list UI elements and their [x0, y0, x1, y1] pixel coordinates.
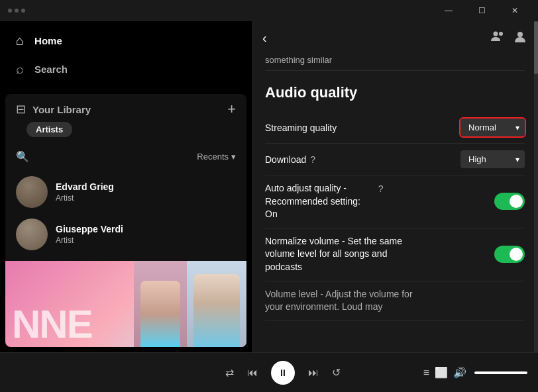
scroll-track[interactable]	[534, 21, 538, 352]
right-header-icons	[490, 29, 527, 47]
recents-chevron-icon: ▾	[231, 152, 236, 162]
avatar	[16, 176, 48, 208]
search-bar: 🔍 Recents ▾	[5, 148, 246, 168]
svg-point-0	[494, 32, 498, 36]
person-2	[187, 261, 246, 347]
user-icon-button[interactable]	[513, 29, 527, 47]
download-row: Download ? Low Normal High Very High	[265, 144, 525, 175]
settings-content: something similar Audio quality Streamin…	[252, 55, 538, 352]
dot-1	[8, 9, 12, 13]
sidebar-item-search[interactable]: ⌕ Search	[0, 55, 252, 83]
next-button[interactable]: ⏭	[308, 367, 319, 379]
repeat-button[interactable]: ↺	[332, 366, 341, 379]
normalize-volume-row: Normalize volume - Set the same volume l…	[265, 228, 525, 281]
player-right-icons: ≡ ⬜ 🔊	[423, 366, 466, 379]
user-icon	[513, 29, 527, 44]
library-title: Your Library	[32, 104, 91, 115]
library-header: ⊟ Your Library +	[5, 94, 246, 122]
streaming-quality-row: Streaming quality Low Normal High Very H…	[265, 112, 525, 144]
list-item[interactable]: Edvard Grieg Artist	[5, 171, 246, 213]
artist-name: Giuseppe Verdi	[56, 224, 123, 234]
artist-type: Artist	[56, 236, 123, 245]
streaming-quality-label: Streaming quality	[265, 122, 337, 133]
artist-info: Edvard Grieg Artist	[56, 181, 114, 203]
list-item[interactable]: Giacomo Puccini Artist	[5, 256, 246, 261]
library-icon: ⊟	[16, 102, 26, 117]
library-search-icon[interactable]: 🔍	[16, 150, 29, 163]
list-item[interactable]: Giuseppe Verdi Artist	[5, 213, 246, 256]
volume-bar[interactable]	[474, 371, 527, 374]
download-select[interactable]: Low Normal High Very High	[460, 150, 525, 168]
player-bar: ⇄ ⏮ ⏸ ⏭ ↺ ≡ ⬜ 🔊	[0, 352, 538, 392]
add-library-button[interactable]: +	[227, 102, 236, 117]
title-bar-controls: — ☐ ✕	[433, 0, 530, 21]
streaming-quality-select[interactable]: Low Normal High Very High	[460, 119, 525, 136]
back-button[interactable]: ‹	[262, 30, 267, 46]
artist-list: Edvard Grieg Artist Giuseppe Verdi Artis…	[5, 168, 246, 261]
close-button[interactable]: ✕	[500, 0, 530, 21]
scroll-hint: something similar	[265, 55, 525, 71]
recents-label: Recents	[197, 152, 229, 162]
app-container: ⌂ Home ⌕ Search ⊟ Your Library + A	[0, 21, 538, 392]
player-right: ≡ ⬜ 🔊	[423, 366, 527, 379]
sidebar-item-search-label: Search	[34, 64, 68, 75]
auto-adjust-help-icon[interactable]: ?	[378, 183, 384, 194]
sidebar-item-home[interactable]: ⌂ Home	[0, 26, 252, 55]
banner-text: NNE	[12, 301, 92, 347]
banner-area: NNE	[5, 261, 246, 347]
recents-button[interactable]: Recents ▾	[197, 152, 236, 162]
queue-button[interactable]: ≡	[423, 367, 429, 379]
dot-2	[15, 9, 19, 13]
minimize-button[interactable]: —	[433, 0, 464, 21]
avatar	[16, 219, 48, 250]
scroll-thumb[interactable]	[534, 21, 538, 74]
auto-adjust-label: Auto adjust quality - Recommended settin…	[265, 182, 374, 221]
sidebar-nav: ⌂ Home ⌕ Search	[0, 21, 252, 89]
maximize-button[interactable]: ☐	[466, 0, 497, 21]
shuffle-button[interactable]: ⇄	[225, 366, 234, 379]
artists-chip[interactable]: Artists	[27, 122, 72, 137]
main-area: ⌂ Home ⌕ Search ⊟ Your Library + A	[0, 21, 538, 352]
svg-point-2	[517, 32, 523, 37]
friends-icon-button[interactable]	[490, 29, 505, 47]
device-button[interactable]: ⬜	[435, 366, 448, 379]
artist-name: Edvard Grieg	[56, 181, 114, 192]
sidebar: ⌂ Home ⌕ Search ⊟ Your Library + A	[0, 21, 252, 352]
friends-icon	[490, 29, 505, 44]
auto-adjust-toggle[interactable]	[494, 193, 525, 210]
svg-point-1	[499, 32, 503, 36]
download-dropdown-wrapper: Low Normal High Very High	[460, 150, 525, 168]
auto-adjust-label-area: Auto adjust quality - Recommended settin…	[265, 182, 447, 221]
normalize-volume-toggle[interactable]	[494, 246, 525, 263]
player-controls: ⇄ ⏮ ⏸ ⏭ ↺	[225, 361, 341, 385]
library-title-area: ⊟ Your Library	[16, 102, 91, 117]
artist-type: Artist	[56, 193, 114, 203]
right-panel: ‹	[252, 21, 538, 352]
auto-adjust-row: Auto adjust quality - Recommended settin…	[265, 175, 525, 228]
previous-button[interactable]: ⏮	[247, 367, 258, 379]
search-icon: ⌕	[16, 62, 24, 77]
download-label: Download ?	[265, 154, 315, 165]
dot-3	[21, 9, 25, 13]
volume-area	[474, 371, 527, 374]
play-pause-button[interactable]: ⏸	[271, 361, 295, 385]
title-bar: — ☐ ✕	[0, 0, 538, 21]
title-bar-dots	[8, 9, 25, 13]
volume-level-row: Volume level - Adjust the volume for you…	[265, 281, 525, 321]
volume-icon-button[interactable]: 🔊	[453, 366, 466, 379]
sidebar-item-home-label: Home	[34, 35, 62, 46]
normalize-volume-label: Normalize volume - Set the same volume l…	[265, 235, 421, 274]
right-header: ‹	[252, 21, 538, 55]
streaming-quality-dropdown-wrapper: Low Normal High Very High	[460, 119, 525, 136]
artist-info: Giuseppe Verdi Artist	[56, 224, 123, 245]
person-1	[134, 261, 187, 347]
download-help-icon[interactable]: ?	[310, 154, 315, 165]
banner-persons	[134, 261, 246, 347]
library-section: ⊟ Your Library + Artists 🔍 Recents ▾	[5, 94, 246, 347]
artists-chip-container: Artists	[5, 122, 246, 148]
home-icon: ⌂	[16, 33, 24, 48]
section-title: Audio quality	[265, 76, 525, 112]
volume-level-label: Volume level - Adjust the volume for you…	[265, 288, 421, 314]
